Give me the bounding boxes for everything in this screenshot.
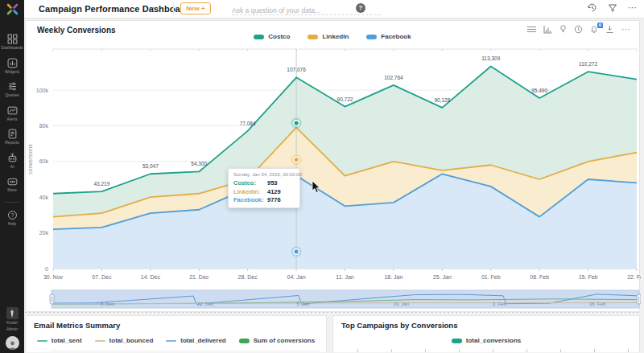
- gridline: [50, 351, 320, 351]
- queries-icon: [7, 81, 18, 92]
- svg-text:90,722: 90,722: [337, 96, 353, 102]
- sidebar-item-reports[interactable]: Reports: [0, 129, 24, 146]
- svg-text:?: ?: [10, 211, 14, 217]
- more-icon[interactable]: ⋯: [621, 24, 631, 35]
- navigator-handle-right[interactable]: [637, 294, 641, 304]
- horizontal-scroll-track[interactable]: [25, 312, 640, 313]
- tooltip-series-label: Facebook:: [233, 196, 267, 203]
- admin-label-line2: Admin: [6, 327, 18, 332]
- svg-text:0: 0: [45, 266, 48, 272]
- legend-label: total_delivered: [180, 337, 225, 344]
- tooltip-value: 4129: [267, 188, 281, 195]
- app-root: Dashboards Widgets Queries: [0, 0, 644, 353]
- weekly-conversions-chart[interactable]: 020k40k60k80k100kconversions30. Nov07. D…: [26, 21, 641, 313]
- svg-text:25. Jan: 25. Jan: [433, 274, 452, 280]
- sidebar-item-label: Queries: [5, 93, 19, 98]
- sisense-logo-icon[interactable]: [0, 0, 24, 18]
- svg-text:102,764: 102,764: [384, 75, 403, 80]
- columns-chart-icon[interactable]: [543, 26, 552, 34]
- admin-label-line1: Kindel: [6, 321, 18, 326]
- admin-tie-badge[interactable]: [6, 307, 19, 319]
- top-header: Campaign Performance Dashboard ⌄ New + ?…: [24, 0, 644, 18]
- legend-item[interactable]: Facebook: [366, 33, 411, 40]
- sidebar-item-label: Reports: [5, 141, 19, 146]
- svg-text:08. Feb: 08. Feb: [530, 274, 549, 280]
- legend-item[interactable]: total_bounced: [95, 337, 154, 344]
- legend-item[interactable]: total_sent: [37, 337, 82, 344]
- svg-text:60k: 60k: [39, 158, 49, 164]
- sidebar-item-widgets[interactable]: Widgets: [0, 58, 24, 75]
- ai-robot-icon: [7, 153, 18, 163]
- sidebar-item-dashboards[interactable]: Dashboards: [0, 34, 24, 51]
- chevron-down-icon[interactable]: ⌄: [151, 2, 158, 10]
- history-icon[interactable]: [574, 25, 583, 34]
- lightbulb-icon[interactable]: [559, 25, 567, 34]
- widget-title: Top Campaigns by Conversions: [341, 321, 457, 330]
- svg-text:21. Dec: 21. Dec: [189, 274, 209, 280]
- widget-title: Email Metrics Summary: [34, 321, 120, 330]
- help-circle-icon[interactable]: ?: [356, 3, 365, 13]
- sidebar-item-label: Alerts: [7, 117, 18, 122]
- svg-text:113,309: 113,309: [481, 55, 500, 61]
- header-divider: [173, 2, 174, 15]
- legend-label: total_bounced: [109, 337, 154, 344]
- filter-icon[interactable]: [608, 3, 617, 13]
- svg-text:18. Jan: 18. Jan: [384, 274, 402, 280]
- svg-text:16. Feb: 16. Feb: [589, 302, 606, 306]
- funnel-download-icon[interactable]: [605, 25, 614, 34]
- sidebar-divider: [4, 202, 20, 203]
- tooltip-row: Costco:953: [233, 179, 295, 187]
- sidebar-item-label: Help: [8, 222, 16, 227]
- navigator-handle-left[interactable]: [50, 294, 54, 304]
- legend-marker: [366, 35, 377, 39]
- svg-text:19. Jan: 19. Jan: [394, 302, 410, 306]
- legend-marker: [95, 340, 105, 342]
- legend-label: LinkedIn: [322, 33, 349, 40]
- widgets-icon: [7, 58, 18, 68]
- tooltip-series-label: Costco:: [233, 179, 267, 187]
- legend-item[interactable]: LinkedIn: [308, 33, 349, 40]
- tooltip-title: Sunday, Jan 04, 2015; 00:00:00: [233, 172, 295, 177]
- axis-ticks: [357, 349, 631, 352]
- svg-text:04. Jan: 04. Jan: [287, 274, 306, 280]
- legend-item[interactable]: Costco: [254, 33, 290, 40]
- svg-text:22. Dec: 22. Dec: [197, 302, 214, 306]
- svg-text:53,047: 53,047: [142, 163, 159, 169]
- history-icon[interactable]: [587, 2, 597, 13]
- svg-text:01. Feb: 01. Feb: [481, 274, 501, 280]
- svg-text:30. Nov: 30. Nov: [43, 274, 64, 280]
- legend-marker: [452, 339, 462, 343]
- svg-text:110,272: 110,272: [579, 61, 597, 67]
- dashboards-icon: [7, 34, 18, 44]
- sidebar-item-more[interactable]: More: [0, 176, 24, 193]
- sidebar-item-label: More: [7, 188, 16, 193]
- sidebar-item-alerts[interactable]: Alerts: [0, 105, 24, 122]
- legend-marker: [37, 340, 47, 342]
- legend-item[interactable]: total_delivered: [166, 337, 225, 344]
- sidebar-item-label: Widgets: [5, 70, 19, 75]
- notification-badge: 0: [597, 23, 603, 28]
- sidebar-item-ai[interactable]: AI: [0, 153, 24, 170]
- svg-text:80k: 80k: [39, 123, 49, 129]
- user-avatar[interactable]: [6, 336, 19, 350]
- more-icon[interactable]: ⋯: [628, 2, 638, 13]
- sidebar-item-label: Dashboards: [2, 46, 23, 51]
- widget-toolbar: 0 ⋯: [527, 24, 631, 35]
- legend-item[interactable]: total_conversions: [452, 337, 521, 344]
- reports-icon: [7, 129, 18, 139]
- svg-text:77,084: 77,084: [240, 121, 256, 126]
- legend-item[interactable]: Sum of conversions: [239, 337, 315, 344]
- sidebar-item-queries[interactable]: Queries: [0, 81, 24, 98]
- legend-marker: [239, 339, 250, 343]
- help-icon: ?: [7, 210, 18, 220]
- new-button[interactable]: New +: [180, 2, 211, 14]
- chart-tooltip: Sunday, Jan 04, 2015; 00:00:00 Costco:95…: [228, 168, 300, 208]
- menu-icon[interactable]: [527, 26, 536, 33]
- svg-text:95,490: 95,490: [531, 88, 547, 93]
- sidebar-item-help[interactable]: ? Help: [0, 210, 24, 227]
- bell-icon[interactable]: 0: [590, 25, 598, 34]
- dashboard-title[interactable]: Campaign Performance Dashboard: [39, 4, 189, 14]
- svg-text:conversions: conversions: [27, 144, 33, 174]
- legend-label: total_sent: [52, 337, 82, 344]
- svg-text:40k: 40k: [39, 195, 49, 200]
